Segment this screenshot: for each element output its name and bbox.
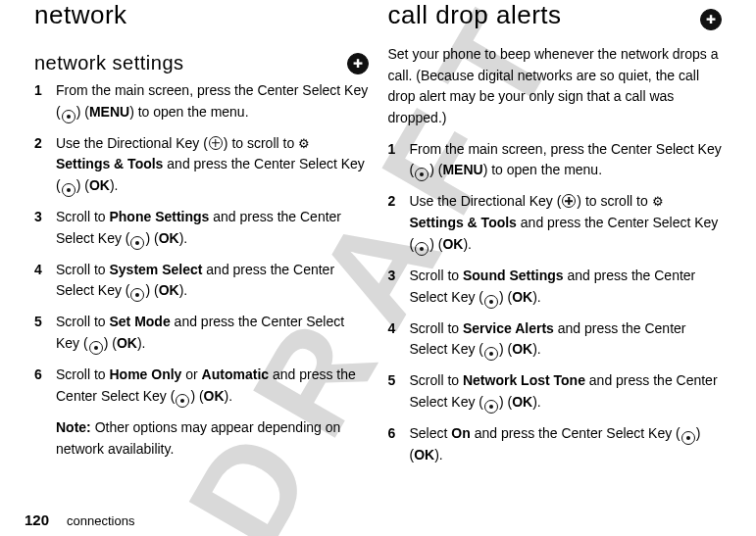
step-num: 1 <box>388 139 410 182</box>
step-text: Use the Directional Key () to scroll to … <box>410 191 723 255</box>
step-num: 6 <box>34 365 56 469</box>
settings-tools-label: Settings & Tools <box>56 156 163 171</box>
heading-network-settings-row: network settings ✚ <box>34 52 369 74</box>
step-num: 4 <box>388 318 410 362</box>
t: Scroll to <box>56 314 109 329</box>
center-select-key-icon <box>62 183 76 197</box>
t: ) ( <box>429 162 442 177</box>
center-select-key-icon <box>176 394 189 408</box>
note: Note: Other options may appear depending… <box>56 417 369 460</box>
center-select-key-icon <box>89 341 103 355</box>
t: ) ( <box>76 104 89 120</box>
center-select-key-icon <box>130 236 144 250</box>
t: ). <box>463 236 472 252</box>
step-6: 6 Select On and press the Center Select … <box>388 423 723 466</box>
right-steps: 1 From the main screen, press the Center… <box>388 139 723 466</box>
t: ) ( <box>499 289 512 305</box>
t: ). <box>434 447 443 463</box>
system-select-label: System Select <box>109 262 202 277</box>
step-text: Scroll to Home Only or Automatic and pre… <box>56 365 369 469</box>
step-num: 5 <box>34 312 56 355</box>
t: ) ( <box>145 282 158 298</box>
t: Scroll to <box>410 372 463 388</box>
step-text: Scroll to Service Alerts and press the C… <box>410 318 723 362</box>
ok-label: OK <box>414 447 434 463</box>
ok-label: OK <box>117 335 137 351</box>
step-5: 5 Scroll to Network Lost Tone and press … <box>388 370 723 414</box>
phone-settings-label: Phone Settings <box>109 209 209 224</box>
note-label: Note: <box>56 419 91 435</box>
optional-feature-icon: ✚ <box>700 9 722 30</box>
step-text: Scroll to System Select and press the Ce… <box>56 260 369 303</box>
left-steps: 1 From the main screen, press the Center… <box>34 80 369 469</box>
step-text: Scroll to Sound Settings and press the C… <box>410 266 723 309</box>
step-num: 6 <box>388 423 410 466</box>
menu-label: MENU <box>89 104 129 120</box>
step-1: 1 From the main screen, press the Center… <box>34 80 369 123</box>
step-text: Scroll to Set Mode and press the Center … <box>56 312 369 355</box>
t: ) to scroll to <box>224 135 298 151</box>
heading-network-settings: network settings <box>34 52 184 74</box>
t: ). <box>137 335 146 351</box>
page-footer: 120 connections <box>25 512 134 528</box>
center-select-key-icon <box>415 168 428 181</box>
step-num: 4 <box>34 260 56 303</box>
ok-label: OK <box>159 230 179 246</box>
directional-key-icon <box>209 136 223 150</box>
center-select-key-icon <box>130 288 144 302</box>
t: ) ( <box>499 394 512 410</box>
t: Scroll to <box>56 209 109 224</box>
ok-label: OK <box>442 236 463 252</box>
ok-label: OK <box>512 289 532 305</box>
step-num: 2 <box>388 191 410 255</box>
step-4: 4 Scroll to Service Alerts and press the… <box>388 318 723 362</box>
t: Scroll to <box>410 320 463 336</box>
t: ). <box>532 341 541 357</box>
t: ). <box>532 394 541 410</box>
set-mode-label: Set Mode <box>109 314 170 329</box>
step-3: 3 Scroll to Phone Settings and press the… <box>34 207 369 250</box>
center-select-key-icon <box>484 347 498 361</box>
right-column: call drop alerts ✚ Set your phone to bee… <box>378 0 732 536</box>
network-lost-tone-label: Network Lost Tone <box>463 372 585 388</box>
automatic-label: Automatic <box>202 366 269 382</box>
page-number: 120 <box>25 512 49 528</box>
home-only-label: Home Only <box>109 366 181 382</box>
settings-tools-icon <box>298 136 312 150</box>
heading-network: network <box>34 0 369 30</box>
center-select-key-icon <box>62 110 76 123</box>
on-label: On <box>451 425 470 441</box>
t: ) to scroll to <box>577 193 651 209</box>
step-4: 4 Scroll to System Select and press the … <box>34 260 369 303</box>
step-6: 6 Scroll to Home Only or Automatic and p… <box>34 365 369 469</box>
center-select-key-icon <box>484 295 498 309</box>
step-1: 1 From the main screen, press the Center… <box>388 139 723 182</box>
t: ). <box>225 388 233 404</box>
ok-label: OK <box>159 282 179 298</box>
center-select-key-icon <box>484 400 498 414</box>
left-column: network network settings ✚ 1 From the ma… <box>25 0 378 536</box>
t: Scroll to <box>56 262 109 277</box>
step-text: From the main screen, press the Center S… <box>410 139 723 182</box>
directional-key-icon <box>562 194 576 208</box>
t: Scroll to <box>56 366 109 382</box>
step-5: 5 Scroll to Set Mode and press the Cente… <box>34 312 369 355</box>
step-num: 2 <box>34 133 56 197</box>
t: Use the Directional Key ( <box>410 193 562 209</box>
t: Select <box>410 425 452 441</box>
t: and press the Center Select Key ( <box>471 425 680 441</box>
t: Use the Directional Key ( <box>56 135 208 151</box>
step-num: 3 <box>34 207 56 250</box>
t: ) to open the menu. <box>129 104 248 120</box>
t: ). <box>532 289 541 305</box>
t: ) ( <box>499 341 512 357</box>
step-2: 2 Use the Directional Key () to scroll t… <box>388 191 723 255</box>
t: ). <box>179 230 188 246</box>
step-text: Use the Directional Key () to scroll to … <box>56 133 369 197</box>
step-num: 5 <box>388 370 410 414</box>
t: or <box>181 366 201 382</box>
heading-call-drop-alerts: call drop alerts <box>388 0 562 30</box>
page-content: network network settings ✚ 1 From the ma… <box>0 0 756 536</box>
ok-label: OK <box>89 177 110 193</box>
ok-label: OK <box>512 341 532 357</box>
